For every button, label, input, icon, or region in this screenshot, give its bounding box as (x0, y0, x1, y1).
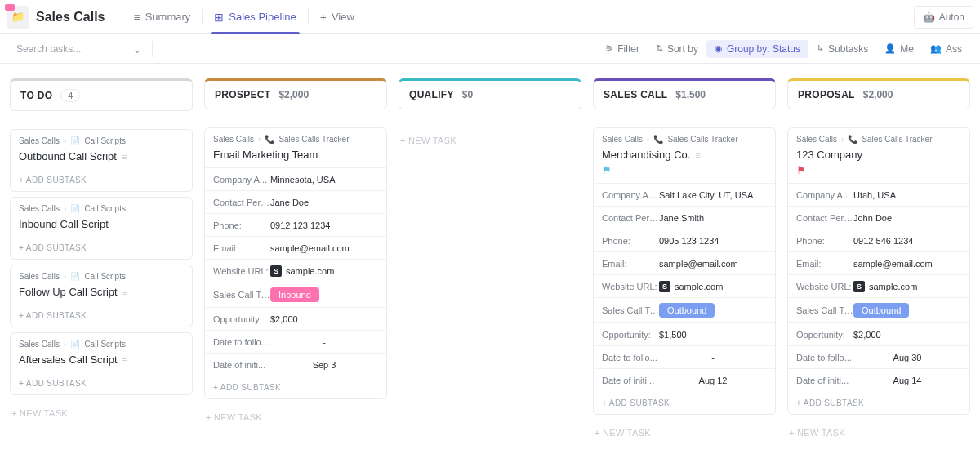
robot-icon: 🤖 (923, 11, 935, 23)
card-title: 123 Company (796, 149, 961, 161)
add-subtask-button[interactable]: + ADD SUBTASK (205, 376, 386, 398)
description-icon: ≡ (122, 287, 127, 297)
breadcrumb: Sales Calls›📄Call Scripts (19, 204, 184, 213)
description-icon: ≡ (695, 150, 700, 160)
card-title: Inbound Call Script (19, 218, 184, 230)
sort-button[interactable]: ⇅Sort by (648, 40, 706, 58)
card-title: Follow Up Call Script≡ (19, 286, 184, 298)
task-card[interactable]: Sales Calls›📞Sales Calls Tracker Merchan… (593, 127, 776, 415)
card-title: Email Marketing Team (213, 149, 378, 161)
list-icon: ≡ (134, 11, 140, 24)
toolbar: Search tasks... ⚞Filter ⇅Sort by ◉Group … (0, 34, 980, 64)
search-input[interactable]: Search tasks... (10, 39, 149, 59)
plus-icon: + (320, 11, 327, 24)
kanban-board: TO DO 4 Sales Calls›📄Call Scripts Outbou… (0, 64, 980, 460)
column-header-qualify[interactable]: QUALIFY $0 (399, 78, 581, 109)
script-icon: 📄 (70, 136, 80, 145)
assignee-button[interactable]: 👥Ass (922, 40, 970, 58)
task-card[interactable]: Sales Calls›📄Call Scripts Aftersales Cal… (10, 332, 193, 395)
task-card[interactable]: Sales Calls›📄Call Scripts Follow Up Call… (10, 265, 193, 327)
phone-icon: 📞 (265, 135, 274, 144)
column-prospect: PROSPECT $2,000 Sales Calls›📞Sales Calls… (204, 78, 387, 446)
column-header-sales-call[interactable]: SALES CALL $1,500 (593, 78, 776, 109)
breadcrumb: Sales Calls›📄Call Scripts (19, 136, 184, 145)
description-icon: ≡ (122, 355, 127, 365)
add-subtask-button[interactable]: + ADD SUBTASK (788, 392, 969, 414)
automation-button[interactable]: 🤖Auton (914, 6, 973, 29)
flag-icon[interactable]: ⚑ (796, 164, 961, 176)
flag-icon[interactable]: ⚑ (602, 164, 767, 176)
card-title: Outbound Call Script≡ (19, 150, 184, 162)
add-subtask-button[interactable]: + ADD SUBTASK (11, 169, 192, 191)
task-card[interactable]: Sales Calls›📞Sales Calls Tracker 123 Com… (787, 127, 970, 415)
card-title: Merchandising Co.≡ (602, 149, 767, 161)
tab-add-view[interactable]: +View (309, 0, 366, 34)
phone-icon: 📞 (848, 135, 858, 144)
person-icon: 👤 (884, 43, 896, 54)
column-todo: TO DO 4 Sales Calls›📄Call Scripts Outbou… (10, 78, 193, 446)
add-subtask-button[interactable]: + ADD SUBTASK (594, 392, 775, 414)
call-type-pill: Outbound (659, 303, 715, 318)
add-subtask-button[interactable]: + ADD SUBTASK (11, 305, 192, 327)
task-card[interactable]: Sales Calls›📞Sales Calls Tracker Email M… (204, 127, 387, 399)
new-task-button[interactable]: + NEW TASK (10, 400, 193, 426)
task-card[interactable]: Sales Calls›📄Call Scripts Inbound Call S… (10, 197, 193, 260)
add-subtask-button[interactable]: + ADD SUBTASK (11, 372, 192, 394)
task-card[interactable]: Sales Calls›📄Call Scripts Outbound Call … (10, 129, 193, 192)
column-qualify: QUALIFY $0 + NEW TASK (399, 78, 581, 446)
breadcrumb: Sales Calls›📄Call Scripts (19, 340, 184, 349)
website-icon: S (270, 265, 282, 277)
subtask-icon: ↳ (817, 43, 824, 54)
add-subtask-button[interactable]: + ADD SUBTASK (11, 237, 192, 259)
breadcrumb: Sales Calls›📞Sales Calls Tracker (213, 135, 378, 144)
breadcrumb: Sales Calls›📞Sales Calls Tracker (602, 135, 767, 144)
call-type-pill: Inbound (270, 287, 319, 302)
new-task-button[interactable]: + NEW TASK (593, 420, 776, 446)
people-icon: 👥 (930, 43, 942, 54)
website-icon: S (853, 281, 865, 292)
group-icon: ◉ (715, 43, 723, 54)
folder-icon[interactable]: 📁 (7, 6, 29, 29)
new-task-button[interactable]: + NEW TASK (204, 404, 387, 430)
app-header: 📁 Sales Calls ≡Summary ⊞Sales Pipeline +… (0, 0, 980, 34)
column-header-todo[interactable]: TO DO 4 (10, 78, 193, 111)
script-icon: 📄 (70, 340, 80, 349)
tab-summary[interactable]: ≡Summary (122, 0, 203, 34)
sort-icon: ⇅ (656, 43, 663, 54)
breadcrumb: Sales Calls›📞Sales Calls Tracker (796, 135, 961, 144)
card-title: Aftersales Call Script≡ (19, 354, 184, 366)
group-by-button[interactable]: ◉Group by: Status (706, 40, 808, 58)
website-icon: S (659, 281, 670, 292)
tab-sales-pipeline[interactable]: ⊞Sales Pipeline (203, 0, 307, 34)
count-badge: 4 (60, 89, 80, 102)
board-icon: ⊞ (214, 11, 224, 24)
new-task-button[interactable]: + NEW TASK (787, 420, 970, 446)
script-icon: 📄 (70, 272, 80, 281)
new-task-button[interactable]: + NEW TASK (399, 127, 581, 153)
description-icon: ≡ (122, 152, 127, 162)
filter-button[interactable]: ⚞Filter (597, 40, 648, 58)
column-proposal: PROPOSAL $2,000 Sales Calls›📞Sales Calls… (787, 78, 970, 446)
column-sales-call: SALES CALL $1,500 Sales Calls›📞Sales Cal… (593, 78, 776, 446)
breadcrumb: Sales Calls›📄Call Scripts (19, 272, 184, 281)
phone-icon: 📞 (653, 135, 663, 144)
script-icon: 📄 (70, 204, 80, 213)
column-header-proposal[interactable]: PROPOSAL $2,000 (787, 78, 970, 109)
me-button[interactable]: 👤Me (876, 40, 922, 58)
subtasks-button[interactable]: ↳Subtasks (808, 40, 876, 58)
filter-icon: ⚞ (605, 43, 613, 54)
call-type-pill: Outbound (853, 303, 909, 318)
column-header-prospect[interactable]: PROSPECT $2,000 (204, 78, 387, 109)
page-title: Sales Calls (36, 10, 105, 24)
